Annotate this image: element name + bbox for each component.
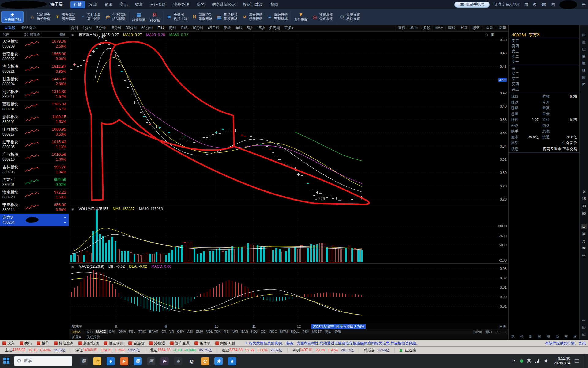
taskbar-search-input[interactable]: 搜索 [14, 356, 72, 366]
firefox-browser-icon[interactable]: F [120, 357, 128, 365]
indicator-tab-VOL-TDX[interactable]: VOL-TDX [205, 330, 222, 334]
stock-row-880209[interactable]: 天津板块8802091679.092.59% [0, 38, 69, 50]
period-tab-5[interactable]: 60分钟 [139, 25, 155, 31]
indicator-tab-CR[interactable]: CR [160, 330, 168, 334]
app-dark-1-icon[interactable]: ▣ [147, 357, 155, 365]
indicator-tab-MACD[interactable]: MACD [95, 330, 107, 334]
indicator-tab-TRIX[interactable]: TRIX [137, 330, 148, 334]
trade-button-8[interactable]: 资产全景 [168, 341, 192, 346]
indicator-a-label[interactable]: 指标A [69, 330, 83, 334]
period-tab-0[interactable]: 分时 [69, 25, 81, 31]
start-button[interactable] [3, 358, 10, 364]
stock-row-880204[interactable]: 甘肃板块8802041445.892.88% [0, 75, 69, 88]
customer-service-icon[interactable]: ☎ [541, 2, 546, 7]
trade-button-2[interactable]: 撤单 [34, 341, 51, 346]
qq-icon[interactable]: Q [187, 357, 196, 365]
indicator-tab-EMV[interactable]: EMV [194, 330, 205, 334]
trade-button-9[interactable]: 条件单 [192, 341, 213, 346]
stock-row-880223[interactable]: 海南板块880223972.221.53% [0, 189, 69, 201]
tray-chevron-icon[interactable]: ∧ [513, 359, 516, 363]
stock-row-880203[interactable]: 吉林板块880203995.761.04% [0, 163, 69, 176]
extension-tab-1[interactable]: 关联报价 [86, 335, 100, 339]
menu-item-1[interactable]: 发现 [86, 1, 100, 8]
indicator-tab-更多[interactable]: 更多 [323, 330, 333, 334]
ribbon-item-filter[interactable]: ▼条件选股 [292, 12, 310, 22]
network-icon[interactable] [535, 359, 540, 363]
apps-grid-icon[interactable]: ⊞ [525, 2, 528, 7]
collapse-panel-icon[interactable]: ◉ [71, 265, 74, 269]
float-window-icon[interactable]: ▣ [491, 33, 494, 37]
strip-icon-3[interactable]: ▣ [582, 53, 585, 59]
chart-tool-6[interactable]: 标记 [469, 25, 482, 31]
quote-tab-2[interactable]: 细 [529, 334, 533, 339]
stock-row-880201[interactable]: 黑龙江880201959.59-0.02% [0, 176, 69, 189]
strip-icon-7[interactable]: ◩ [582, 82, 585, 87]
quote-tab-6[interactable]: 主 [564, 334, 568, 339]
indicator-tab-ASI[interactable]: ASI [186, 330, 194, 334]
ribbon-item-macro[interactable]: ≡股转行情宏观指标 [265, 12, 290, 22]
period-tab-12[interactable]: 年线 [233, 25, 245, 31]
stock-row-880202[interactable]: 新疆板块8802021188.151.53% [0, 113, 69, 126]
indicator-tab-窗口[interactable]: 窗口 [85, 330, 95, 334]
strip-period-30[interactable]: 30 [582, 203, 586, 209]
column-change[interactable]: 涨幅 [46, 32, 69, 37]
chart-tool-3[interactable]: 统计 [433, 25, 445, 31]
indicator-tab-VR[interactable]: VR [168, 330, 175, 334]
period-tab-16[interactable]: 更多> [282, 25, 296, 31]
strip-period-15[interactable]: 15 [582, 196, 586, 201]
ribbon-item-grid[interactable]: ▦板块指数 [130, 12, 148, 22]
extension-tab-0[interactable]: 扩展A [72, 335, 81, 339]
strip-period-5[interactable]: 5 [583, 189, 585, 194]
taskbar-clock[interactable]: 9:51:30 2026/1/14 [553, 356, 570, 366]
indicator-tab-KDJ[interactable]: KDJ [250, 330, 259, 334]
ribbon-item-ipo[interactable]: N新股IPO港股市场 [189, 12, 214, 22]
indicator-right-3[interactable]: — [502, 330, 505, 334]
hand-drawn-shoe-annotation[interactable] [85, 42, 369, 205]
quote-tab-3[interactable]: 势 [538, 334, 541, 339]
indicator-tab-SAR[interactable]: SAR [240, 330, 250, 334]
chart-tool-2[interactable]: 多股 [420, 25, 433, 31]
trade-button-7[interactable]: 港股通 [147, 341, 168, 346]
menu-item-6[interactable]: 业务办理 [170, 1, 193, 8]
period-tab-2[interactable]: 5分钟 [94, 25, 108, 31]
menu-item-0[interactable]: 行情 [70, 1, 85, 8]
period-tab-10[interactable]: 45日线 [206, 25, 221, 31]
period-tab-3[interactable]: 15分钟 [108, 25, 123, 31]
quote-tab-4[interactable]: 联 [547, 334, 550, 339]
stock-row-880210[interactable]: 广西板块8802101010.561.00% [0, 151, 69, 163]
ribbon-item-star[interactable]: ★自选股(F6) [1, 11, 24, 23]
period-tab-13[interactable]: 5秒 [245, 25, 255, 31]
quote-tab-1[interactable]: 价 [520, 334, 524, 339]
indicator-tab-ROC[interactable]: ROC [268, 330, 278, 334]
menu-item-8[interactable]: 信息系统公示 [209, 1, 239, 8]
show-desktop-button[interactable] [585, 354, 587, 368]
indicator-tab-WR[interactable]: WR [231, 330, 239, 334]
stock-row-400264[interactable]: 东方3400264---- [0, 214, 69, 226]
ribbon-item-panorama[interactable]: ◙全景图热点主题 [164, 12, 189, 22]
settings-gear-icon[interactable]: ⚙ [533, 2, 537, 7]
quote-tab-7[interactable]: 逐 [573, 334, 577, 339]
collapse-panel-icon[interactable]: ◉ [71, 207, 74, 211]
indicator-tab-MTM[interactable]: MTM [278, 330, 289, 334]
sidebar-tab-0[interactable]: 自选股 [4, 25, 15, 31]
strip-icon-4[interactable]: ▦ [582, 60, 585, 66]
indicator-right-2[interactable]: + [496, 330, 498, 334]
menu-item-10[interactable]: 帮助 [267, 1, 282, 8]
app-grid-icon[interactable]: ▦ [134, 357, 142, 365]
chart-tool-5[interactable]: F10 [458, 25, 469, 31]
column-minichart[interactable]: ⊙分时简图 [24, 32, 46, 37]
chart-tool-1[interactable]: 叠加 [408, 25, 420, 31]
quote-tab-0[interactable]: 笔 [511, 334, 515, 339]
period-tab-11[interactable]: 季线 [221, 25, 233, 31]
strip-period-60[interactable]: 60 [582, 211, 586, 216]
strip-bottom-icon-0[interactable]: ▭ [582, 317, 585, 323]
strip-icon-2[interactable]: ◫ [582, 46, 585, 52]
action-center-icon[interactable] [574, 359, 579, 363]
menu-item-4[interactable]: 财富 [132, 1, 146, 8]
stock-row-880214[interactable]: 宁夏板块880214856.303.56% [0, 201, 69, 214]
collapse-panel-icon[interactable]: ◉ [71, 33, 74, 37]
strip-cycle-季[interactable]: 季 [582, 246, 586, 251]
strip-bottom-icon-1[interactable]: ◰ [582, 324, 585, 330]
chart-tool-8[interactable]: 返回 [496, 25, 508, 31]
strip-cycle-日[interactable]: 日 [581, 224, 587, 229]
